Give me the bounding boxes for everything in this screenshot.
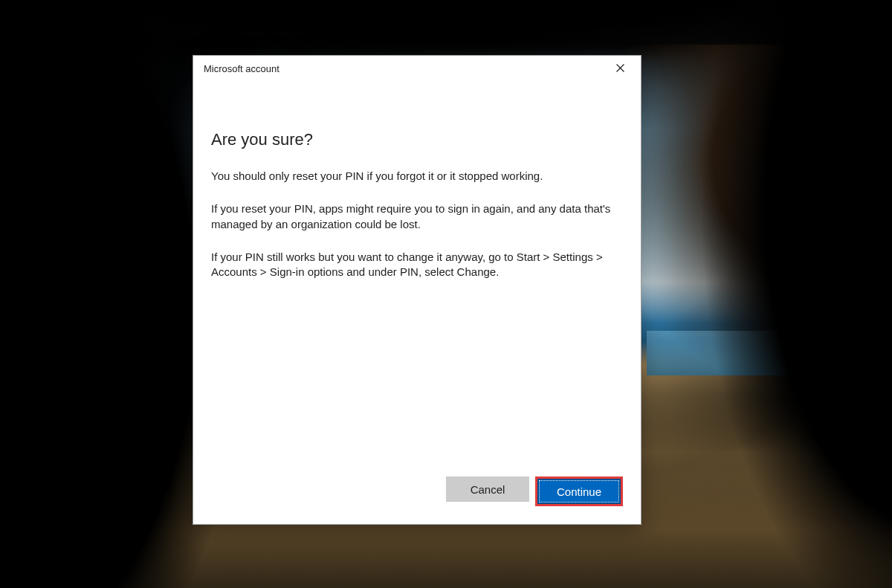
desktop-background: Microsoft account Are you sure? You shou… <box>0 0 892 588</box>
dialog-button-row: Cancel Continue <box>193 476 641 524</box>
cancel-button[interactable]: Cancel <box>446 476 529 502</box>
continue-button-highlight: Continue <box>535 476 623 506</box>
dialog-heading: Are you sure? <box>211 130 623 149</box>
microsoft-account-dialog: Microsoft account Are you sure? You shou… <box>193 55 641 525</box>
close-icon <box>616 63 624 74</box>
dialog-content: Are you sure? You should only reset your… <box>193 81 641 476</box>
close-button[interactable] <box>605 58 635 79</box>
dialog-paragraph-2: If you reset your PIN, apps might requir… <box>211 201 613 232</box>
continue-button[interactable]: Continue <box>537 479 621 504</box>
dialog-titlebar: Microsoft account <box>193 56 641 81</box>
dialog-paragraph-3: If your PIN still works but you want to … <box>211 250 613 280</box>
dialog-paragraph-1: You should only reset your PIN if you fo… <box>211 169 613 184</box>
dialog-title: Microsoft account <box>204 63 279 74</box>
